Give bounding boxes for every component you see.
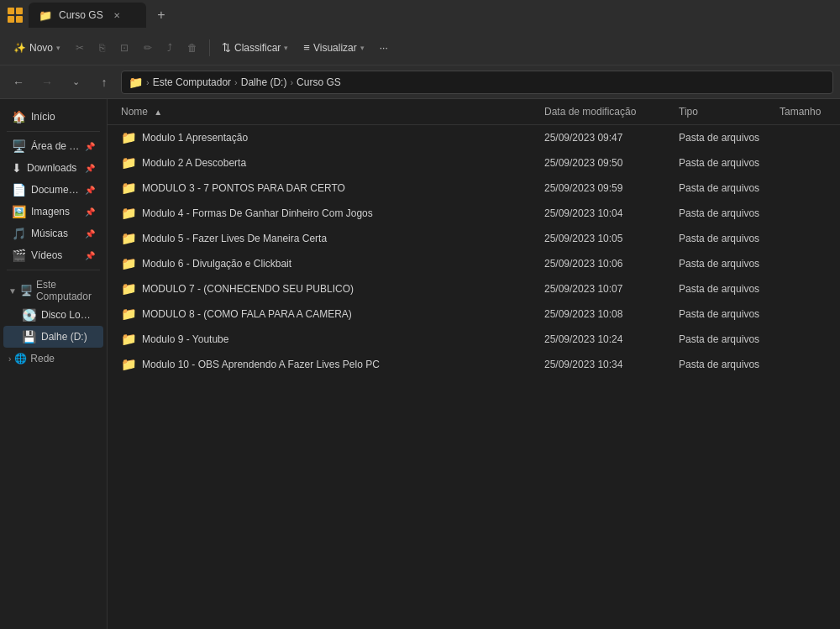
table-row[interactable]: 📁 Modulo 5 - Fazer Lives De Maneira Cert…	[108, 226, 840, 251]
header-date[interactable]: Data de modificação	[538, 102, 672, 121]
sidebar-label-music: Músicas	[31, 228, 80, 239]
sidebar-item-home[interactable]: 🏠 Início	[3, 106, 103, 128]
title-bar: 📁 Curso GS ✕ +	[0, 0, 840, 30]
main-area: 🏠 Início 🖥️ Área de Trabalho 📌 ⬇ Downloa…	[0, 99, 840, 629]
back-button[interactable]: ←	[7, 71, 30, 94]
sidebar-label-desktop: Área de Trabalho	[31, 140, 80, 152]
sidebar-group-network[interactable]: › 🌐 Rede	[0, 348, 107, 366]
path-segment-drive[interactable]: Dalhe (D:)	[241, 76, 287, 88]
path-segment-computer[interactable]: Este Computador	[153, 76, 231, 88]
file-type: Pasta de arquivos	[672, 355, 773, 374]
table-row[interactable]: 📁 MODULO 3 - 7 PONTOS PARA DAR CERTO 25/…	[108, 176, 840, 201]
tab-title: Curso GS	[59, 9, 103, 21]
address-path[interactable]: 📁 › Este Computador › Dalhe (D:) › Curso…	[121, 71, 833, 94]
file-size	[773, 235, 840, 242]
toolbar: ✨ Novo ▾ ✂ ⎘ ⊡ ✏ ⤴ 🗑 ⇅ Classificar ▾ ≡ V…	[0, 30, 840, 66]
sidebar-label-home: Início	[31, 111, 95, 123]
svg-rect-2	[8, 16, 14, 23]
forward-icon: →	[41, 76, 53, 89]
sidebar-label-local-c: Disco Local (C:)	[41, 309, 95, 321]
view-button[interactable]: ≡ Visualizar ▾	[297, 38, 370, 57]
sidebar: 🏠 Início 🖥️ Área de Trabalho 📌 ⬇ Downloa…	[0, 99, 108, 629]
dropdown-button[interactable]: ⌄	[64, 71, 87, 94]
table-row[interactable]: 📁 Modulo 1 Apresentação 25/09/2023 09:47…	[108, 125, 840, 150]
sidebar-item-music[interactable]: 🎵 Músicas 📌	[3, 223, 103, 244]
copy-icon: ⎘	[99, 42, 105, 54]
downloads-pin-icon: 📌	[85, 164, 95, 173]
paste-button[interactable]: ⊡	[113, 39, 135, 57]
view-chevron-icon: ▾	[360, 44, 365, 52]
folder-icon: 📁	[121, 332, 137, 347]
sidebar-item-videos[interactable]: 🎬 Vídeos 📌	[3, 244, 103, 266]
sidebar-item-downloads[interactable]: ⬇ Downloads 📌	[3, 157, 103, 179]
sidebar-label-network: Rede	[30, 353, 55, 364]
sidebar-label-downloads: Downloads	[27, 162, 80, 174]
folder-icon: 📁	[121, 130, 137, 145]
file-date: 25/09/2023 10:06	[538, 254, 672, 273]
forward-button[interactable]: →	[35, 71, 59, 94]
new-label: Novo	[29, 42, 53, 54]
folder-icon: 📁	[121, 256, 137, 271]
rename-button[interactable]: ✏	[137, 39, 159, 57]
app-icon	[7, 7, 24, 24]
folder-icon: 📁	[121, 231, 137, 246]
new-chevron-icon: ▾	[56, 44, 60, 52]
sidebar-item-documents[interactable]: 📄 Documentos 📌	[3, 179, 103, 201]
table-row[interactable]: 📁 Modulo 9 - Youtube 25/09/2023 10:24 Pa…	[108, 327, 840, 352]
header-size[interactable]: Tamanho	[773, 102, 840, 121]
path-arrow-3: ›	[290, 77, 293, 87]
folder-tab-icon: 📁	[39, 9, 52, 22]
computer-icon: 🖥️	[20, 285, 33, 296]
sidebar-item-local-c[interactable]: 💽 Disco Local (C:)	[3, 304, 103, 326]
copy-button[interactable]: ⎘	[92, 39, 112, 57]
header-type[interactable]: Tipo	[672, 102, 773, 121]
path-segment-folder[interactable]: Curso GS	[297, 76, 341, 88]
rename-icon: ✏	[144, 42, 152, 54]
cut-icon: ✂	[76, 42, 84, 54]
table-row[interactable]: 📁 Modulo 6 - Divulgação e Clickbait 25/0…	[108, 251, 840, 276]
more-icon: ···	[380, 42, 388, 54]
new-tab-button[interactable]: +	[150, 3, 173, 27]
sidebar-item-images[interactable]: 🖼️ Imagens 📌	[3, 201, 103, 223]
file-rows-container: 📁 Modulo 1 Apresentação 25/09/2023 09:47…	[108, 125, 840, 377]
svg-rect-1	[16, 8, 23, 14]
share-icon: ⤴	[167, 42, 172, 54]
tab-close-button[interactable]: ✕	[110, 8, 123, 22]
cut-button[interactable]: ✂	[69, 39, 91, 57]
new-button[interactable]: ✨ Novo ▾	[7, 39, 67, 57]
file-size	[773, 336, 840, 343]
file-name: Modulo 1 Apresentação	[142, 132, 248, 144]
music-pin-icon: 📌	[85, 229, 95, 238]
file-name: Modulo 10 - OBS Aprendendo A Fazer Lives…	[142, 359, 380, 370]
active-tab[interactable]: 📁 Curso GS ✕	[29, 3, 146, 28]
more-button[interactable]: ···	[373, 39, 395, 57]
delete-button[interactable]: 🗑	[181, 39, 204, 57]
file-date: 25/09/2023 09:50	[538, 154, 672, 172]
view-label: Visualizar	[313, 42, 357, 54]
table-row[interactable]: 📁 Modulo 2 A Descoberta 25/09/2023 09:50…	[108, 150, 840, 176]
disk-d-icon: 💾	[22, 330, 36, 343]
sidebar-item-desktop[interactable]: 🖥️ Área de Trabalho 📌	[3, 135, 103, 157]
sort-button[interactable]: ⇅ Classificar ▾	[215, 38, 295, 57]
sidebar-item-drive-d[interactable]: 💾 Dalhe (D:)	[3, 326, 103, 348]
table-row[interactable]: 📁 Modulo 10 - OBS Aprendendo A Fazer Liv…	[108, 352, 840, 377]
computer-chevron-icon: ▼	[8, 286, 17, 296]
up-button[interactable]: ↑	[92, 71, 116, 94]
file-name: Modulo 5 - Fazer Lives De Maneira Certa	[142, 233, 327, 244]
file-type: Pasta de arquivos	[672, 128, 773, 147]
file-type: Pasta de arquivos	[672, 254, 773, 273]
videos-icon: 🎬	[12, 249, 26, 262]
file-date: 25/09/2023 10:04	[538, 204, 672, 223]
header-name[interactable]: Nome ▲	[108, 102, 538, 121]
table-row[interactable]: 📁 MODULO 8 - (COMO FALA PARA A CAMERA) 2…	[108, 301, 840, 327]
file-size	[773, 361, 840, 368]
file-name: Modulo 6 - Divulgação e Clickbait	[142, 258, 291, 270]
path-arrow-2: ›	[234, 77, 238, 87]
table-row[interactable]: 📁 Modulo 4 - Formas De Ganhar Dinheiro C…	[108, 201, 840, 226]
table-row[interactable]: 📁 MODULO 7 - (CONHECENDO SEU PUBLICO) 25…	[108, 276, 840, 301]
share-button[interactable]: ⤴	[160, 39, 179, 57]
file-type: Pasta de arquivos	[672, 204, 773, 223]
file-list-header: Nome ▲ Data de modificação Tipo Tamanho	[108, 99, 840, 125]
paste-icon: ⊡	[120, 42, 129, 54]
sidebar-group-computer[interactable]: ▼ 🖥️ Este Computador	[0, 274, 107, 304]
